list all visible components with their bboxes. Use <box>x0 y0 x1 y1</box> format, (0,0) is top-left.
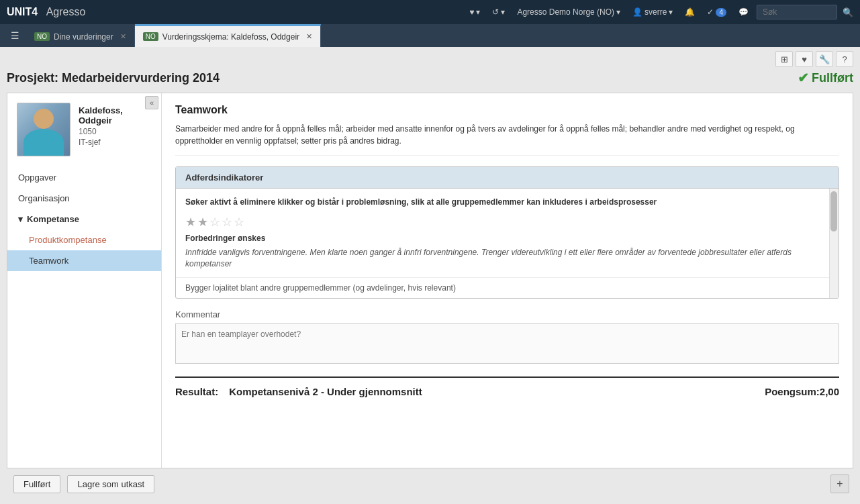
checkmark-icon: ✓ <box>707 7 714 17</box>
indicator-item-2: Bygger lojalitet blant andre gruppemedle… <box>176 278 839 298</box>
wrench-icon: 🔧 <box>819 54 830 64</box>
tab1-badge: NO <box>34 32 50 41</box>
employee-info: Kaldefoss, Oddgeir 1050 IT-sjef <box>79 103 152 147</box>
result-footer: Resultat: Kompetansenivå 2 - Under gjenn… <box>175 376 839 397</box>
rating-label: Forbedringer ønskes <box>185 234 829 243</box>
indicators-content: Søker aktivt å eliminere klikker og bist… <box>176 189 839 298</box>
bottom-bar: Fullført Lagre som utkast <box>7 468 853 500</box>
lagre-utkast-button[interactable]: Lagre som utkast <box>67 475 154 493</box>
comment-label: Kommentar <box>175 309 839 319</box>
nav-item-oppgaver[interactable]: Oppgaver <box>7 167 161 188</box>
star-1[interactable]: ★ <box>185 215 196 230</box>
star-3[interactable]: ☆ <box>209 215 220 230</box>
project-title: Prosjekt: Medarbeidervurdering 2014 <box>7 71 220 85</box>
check-icon: ✔ <box>798 70 809 86</box>
nav-teamwork-label: Teamwork <box>29 256 68 266</box>
tab1-close[interactable]: ✕ <box>120 32 126 41</box>
company-selector[interactable]: Agresso Demo Norge (NO) ▾ <box>513 7 624 17</box>
nav-item-produktkompetanse[interactable]: Produktkompetanse <box>7 230 161 250</box>
toolbar-icons: ⊞ ♥ 🔧 ? <box>7 51 853 67</box>
result-label: Resultat: <box>175 386 218 397</box>
nav-kompetanse-label: Kompetanse <box>27 214 79 224</box>
user-icon: 👤 <box>632 7 642 17</box>
scrollbar-thumb <box>830 191 837 232</box>
tasks-badge: 4 <box>716 8 726 17</box>
favorite-button[interactable]: ♥ <box>796 51 813 67</box>
tab2-badge: NO <box>143 32 158 41</box>
heart-icon: ♥ <box>802 54 807 64</box>
brand-unit4: UNIT4 <box>7 6 38 18</box>
nav-organisasjon-label: Organisasjon <box>18 193 70 203</box>
indicator1-text: Søker aktivt å eliminere klikker og bist… <box>185 197 829 208</box>
main-area: ⊞ ♥ 🔧 ? Prosjekt: Medarbeidervurdering 2… <box>0 47 860 504</box>
tab2-label: Vurderingsskjema: Kaldefoss, Oddgeir <box>162 32 299 42</box>
nav-item-kompetanse[interactable]: ▾ Kompetanse <box>7 209 161 230</box>
indicator-item-1: Søker aktivt å eliminere klikker og bist… <box>176 189 839 278</box>
status-label: Fullført <box>812 71 853 85</box>
left-panel: « Kaldefoss, Oddgeir 1050 IT-sjef Oppgav… <box>7 93 162 468</box>
split-view-button[interactable]: ⊞ <box>775 51 793 67</box>
nav-item-organisasjon[interactable]: Organisasjon <box>7 188 161 209</box>
notifications-button[interactable]: 🔔 <box>681 7 699 17</box>
brand-agresso: Agresso <box>46 6 86 18</box>
history-icon: ↺ <box>492 7 499 17</box>
indicators-box: Adferdsindikatorer Søker aktivt å elimin… <box>175 166 839 299</box>
nav-section: Oppgaver Organisasjon ▾ Kompetanse Produ… <box>7 163 161 275</box>
scrollbar-track[interactable] <box>829 189 839 298</box>
tab-vurderingsskjema[interactable]: NO Vurderingsskjema: Kaldefoss, Oddgeir … <box>135 24 321 47</box>
indicator2-text: Bygger lojalitet blant andre gruppemedle… <box>185 283 456 293</box>
user-menu[interactable]: 👤 sverre ▾ <box>628 7 677 17</box>
avatar <box>17 103 70 156</box>
project-header: Prosjekt: Medarbeidervurdering 2014 ✔ Fu… <box>7 70 853 86</box>
employee-name: Kaldefoss, Oddgeir <box>79 105 152 125</box>
tab2-close[interactable]: ✕ <box>306 32 312 41</box>
comment-input[interactable] <box>175 323 839 364</box>
search-input[interactable] <box>757 5 837 19</box>
employee-title: IT-sjef <box>79 138 152 147</box>
nav-oppgaver-label: Oppgaver <box>18 172 56 183</box>
messages-button[interactable]: 💬 <box>734 7 753 17</box>
nav-item-teamwork[interactable]: Teamwork <box>7 250 161 271</box>
section-title: Teamwork <box>175 104 839 116</box>
heart-icon: ♥ <box>469 7 474 17</box>
expand-icon: ▾ <box>18 214 23 224</box>
tasks-button[interactable]: ✓ 4 <box>703 7 730 17</box>
search-button[interactable]: 🔍 <box>843 7 853 17</box>
nav-produktkompetanse-label: Produktkompetanse <box>29 235 107 245</box>
split-icon: ⊞ <box>781 54 788 64</box>
star-5[interactable]: ☆ <box>234 215 244 230</box>
plus-icon: + <box>837 478 843 490</box>
favorites-menu[interactable]: ♥ ▾ <box>465 7 484 17</box>
bell-icon: 🔔 <box>685 7 695 17</box>
rating-desc-text: Innfridde vanligvis forventningene. Men … <box>185 248 792 268</box>
chat-icon: 💬 <box>738 7 749 17</box>
project-status: ✔ Fullført <box>798 70 853 86</box>
collapse-button[interactable]: « <box>145 96 158 109</box>
add-button[interactable]: + <box>830 474 849 493</box>
navbar: UNIT4 Agresso ♥ ▾ ↺ ▾ Agresso Demo Norge… <box>0 0 860 24</box>
stars-rating[interactable]: ★ ★ ☆ ☆ ☆ <box>185 215 829 230</box>
result-value: Kompetansenivå 2 - Under gjennomsnitt <box>229 386 754 397</box>
rating-desc: Innfridde vanligvis forventningene. Men … <box>185 247 829 270</box>
indicators-header: Adferdsindikatorer <box>176 167 839 189</box>
tab-menu-button[interactable]: ☰ <box>4 24 26 47</box>
result-score: Poengsum:2,00 <box>765 386 839 397</box>
tabbar: ☰ NO Dine vurderinger ✕ NO Vurderingsskj… <box>0 24 860 47</box>
user-label: sverre <box>644 7 667 17</box>
question-icon: ? <box>842 54 847 64</box>
help-button[interactable]: ? <box>836 51 853 67</box>
star-2[interactable]: ★ <box>197 215 208 230</box>
tab-dine-vurderinger[interactable]: NO Dine vurderinger ✕ <box>26 24 135 47</box>
right-panel: Teamwork Samarbeider med andre for å opp… <box>162 93 853 468</box>
brand: UNIT4 Agresso <box>7 6 85 18</box>
history-menu[interactable]: ↺ ▾ <box>488 7 509 17</box>
employee-id: 1050 <box>79 127 152 136</box>
employee-card: Kaldefoss, Oddgeir 1050 IT-sjef <box>7 93 161 163</box>
content-layout: « Kaldefoss, Oddgeir 1050 IT-sjef Oppgav… <box>7 93 853 468</box>
section-desc-text: Samarbeider med andre for å oppnå felles… <box>175 124 795 146</box>
star-4[interactable]: ☆ <box>222 215 232 230</box>
settings-button[interactable]: 🔧 <box>816 51 833 67</box>
company-label: Agresso Demo Norge (NO) <box>517 7 614 17</box>
fullfort-button[interactable]: Fullført <box>13 475 60 493</box>
section-desc: Samarbeider med andre for å oppnå felles… <box>175 123 839 156</box>
